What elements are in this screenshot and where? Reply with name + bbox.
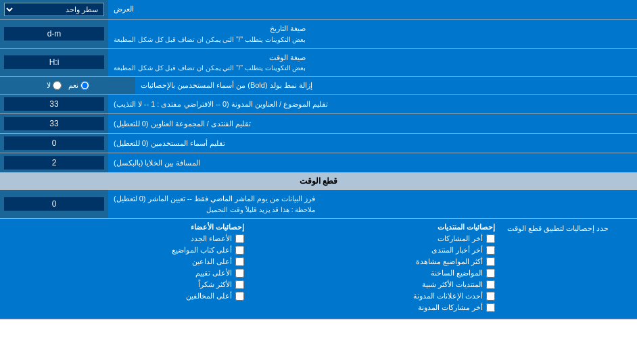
cutoff-label: فرز البيانات من يوم الماشر الماضي فقط --…	[108, 190, 637, 218]
bold-stats-label: إزالة نمط بولد (Bold) من أسماء المستخدمي…	[135, 77, 637, 94]
label-new-members: الأعضاء الجدد	[191, 234, 232, 243]
stats-cutoff-label-col: حدد إحصاليات لتطبيق قطع الوقت	[502, 219, 637, 319]
checkbox-top-referrers[interactable]	[235, 257, 244, 266]
date-format-row: صيغة التاريخ بعض التكوينات يتطلب "/" الت…	[0, 20, 637, 49]
display-mode-input-cell: سطر واحد سطران ثلاثة أسطر	[0, 0, 108, 19]
usernames-trim-label: تقليم أسماء المستخدمين (0 للتعطيل)	[108, 134, 637, 153]
date-format-main: صيغة التاريخ	[114, 23, 306, 34]
label-top-posters: أعلى كتاب المواضيع	[172, 246, 232, 255]
checkbox-new-members[interactable]	[235, 234, 244, 243]
checkbox-forum-news[interactable]	[486, 246, 495, 255]
label-top-infracted: أعلى المخالفين	[186, 292, 232, 301]
forum-titles-input-cell	[0, 114, 108, 133]
checkbox-section: حدد إحصاليات لتطبيق قطع الوقت إحصائيات ا…	[0, 219, 637, 319]
topic-titles-text: تقليم الموضوع / العناوين المدونة (0 -- ا…	[114, 99, 328, 109]
cutoff-input-cell	[0, 190, 108, 218]
forum-stats-title: إحصائيات المنتديات	[258, 223, 495, 232]
topic-titles-input[interactable]	[4, 97, 104, 111]
forum-titles-text: تقليم الفنتدى / المجموعة العناوين (0 للت…	[114, 119, 251, 129]
label-most-thanked: الأكثر شكراً	[198, 280, 232, 289]
label-last-posts: أخر المشاركات	[438, 234, 483, 243]
cutoff-row: فرز البيانات من يوم الماشر الماضي فقط --…	[0, 190, 637, 219]
time-format-input[interactable]	[4, 55, 104, 69]
time-format-row: صيغة الوقت بعض التكوينات يتطلب "/" التي …	[0, 49, 637, 78]
cutoff-main: فرز البيانات من يوم الماشر الماضي فقط --…	[114, 193, 315, 205]
time-format-label: صيغة الوقت بعض التكوينات يتطلب "/" التي …	[108, 49, 637, 77]
cutoff-sub: ملاحظة : هذا قد يزيد قليلاً وقت التحميل	[114, 205, 315, 215]
bold-stats-no-label: لا	[47, 81, 62, 90]
time-format-main: صيغة الوقت	[114, 52, 306, 63]
checkbox-last-posts[interactable]	[486, 234, 495, 243]
checkbox-most-thanked[interactable]	[235, 280, 244, 289]
checkbox-top-posters[interactable]	[235, 246, 244, 255]
checkbox-top-infracted[interactable]	[235, 292, 244, 301]
usernames-trim-input-cell	[0, 134, 108, 153]
cell-spacing-input-cell	[0, 153, 108, 172]
checkbox-item-most-viewed: أكثر المواضيع مشاهدة	[258, 257, 495, 266]
checkbox-item-new-members: الأعضاء الجدد	[7, 234, 244, 243]
bold-stats-text: إزالة نمط بولد (Bold) من أسماء المستخدمي…	[141, 80, 312, 90]
checkbox-item-blog-posts: أخر مشاركات المدونة	[258, 303, 495, 312]
display-mode-text: العرض	[114, 4, 134, 14]
label-blog-posts: أخر مشاركات المدونة	[418, 303, 483, 312]
cell-spacing-input[interactable]	[4, 156, 104, 170]
usernames-trim-text: تقليم أسماء المستخدمين (0 للتعطيل)	[114, 138, 225, 149]
checkbox-blog-posts[interactable]	[486, 303, 495, 312]
label-latest-blogs: أحدث الإعلانات المدونة	[413, 292, 483, 301]
member-stats-col: إحصائيات الأعضاء الأعضاء الجدد أعلى كتاب…	[0, 219, 251, 319]
bold-stats-row: إزالة نمط بولد (Bold) من أسماء المستخدمي…	[0, 77, 637, 95]
display-mode-select[interactable]: سطر واحد سطران ثلاثة أسطر	[4, 3, 104, 16]
topic-titles-row: تقليم الموضوع / العناوين المدونة (0 -- ا…	[0, 95, 637, 114]
label-top-referrers: أعلى الداعين	[192, 257, 232, 266]
checkbox-item-last-posts: أخر المشاركات	[258, 234, 495, 243]
forum-stats-col: إحصائيات المنتديات أخر المشاركات أخر أخب…	[251, 219, 502, 319]
checkbox-top-rated[interactable]	[235, 269, 244, 278]
topic-titles-input-cell	[0, 95, 108, 113]
checkbox-item-forum-news: أخر أخبار المنتدى	[258, 246, 495, 255]
checkbox-latest-blogs[interactable]	[486, 292, 495, 301]
cutoff-section-header: قطع الوقت	[0, 173, 637, 190]
display-mode-label: display-mode العرض	[108, 0, 637, 19]
label-most-forums: المنتديات الأكثر شبية	[422, 280, 483, 289]
bold-stats-yes-label: نعم	[68, 81, 89, 90]
checkbox-most-viewed[interactable]	[486, 257, 495, 266]
bold-stats-no-radio[interactable]	[53, 81, 62, 90]
usernames-trim-input[interactable]	[4, 136, 104, 150]
display-mode-row: display-mode العرض سطر واحد سطران ثلاثة …	[0, 0, 637, 20]
checkbox-item-top-rated: الأعلى تقييم	[7, 269, 244, 278]
topic-titles-label: تقليم الموضوع / العناوين المدونة (0 -- ا…	[108, 95, 637, 113]
checkbox-item-latest-blogs: أحدث الإعلانات المدونة	[258, 292, 495, 301]
checkbox-item-most-forums: المنتديات الأكثر شبية	[258, 280, 495, 289]
date-format-input-cell	[0, 20, 108, 48]
label-top-rated: الأعلى تقييم	[195, 269, 232, 278]
forum-titles-input[interactable]	[4, 117, 104, 130]
forum-titles-label: تقليم الفنتدى / المجموعة العناوين (0 للت…	[108, 114, 637, 133]
cell-spacing-text: المسافة بين الخلايا (بالبكسل)	[114, 158, 201, 168]
cutoff-section-title: قطع الوقت	[300, 176, 337, 186]
label-most-viewed: أكثر المواضيع مشاهدة	[416, 257, 483, 266]
checkbox-item-top-posters: أعلى كتاب المواضيع	[7, 246, 244, 255]
forum-titles-row: تقليم الفنتدى / المجموعة العناوين (0 للت…	[0, 114, 637, 134]
label-hot-topics: المواضيع الساخنة	[431, 269, 483, 278]
bold-stats-radio-cell: نعم لا	[0, 77, 135, 94]
cutoff-input[interactable]	[4, 197, 104, 211]
member-stats-title: إحصائيات الأعضاء	[7, 223, 244, 232]
checkbox-most-forums[interactable]	[486, 280, 495, 289]
cell-spacing-label: المسافة بين الخلايا (بالبكسل)	[108, 153, 637, 172]
bold-stats-yes-radio[interactable]	[80, 81, 89, 90]
label-forum-news: أخر أخبار المنتدى	[431, 246, 483, 255]
date-format-sub: بعض التكوينات يتطلب "/" التي يمكن ان تضا…	[114, 34, 306, 45]
time-format-input-cell	[0, 49, 108, 77]
checkbox-item-most-thanked: الأكثر شكراً	[7, 280, 244, 289]
checkbox-item-top-referrers: أعلى الداعين	[7, 257, 244, 266]
time-format-sub: بعض التكوينات يتطلب "/" التي يمكن ان تضا…	[114, 63, 306, 73]
checkbox-item-top-infracted: أعلى المخالفين	[7, 292, 244, 301]
stats-cutoff-label: حدد إحصاليات لتطبيق قطع الوقت	[507, 224, 609, 233]
date-format-input[interactable]	[4, 27, 104, 41]
checkbox-hot-topics[interactable]	[486, 269, 495, 278]
date-format-label: صيغة التاريخ بعض التكوينات يتطلب "/" الت…	[108, 20, 637, 48]
checkbox-item-hot-topics: المواضيع الساخنة	[258, 269, 495, 278]
cell-spacing-row: المسافة بين الخلايا (بالبكسل)	[0, 153, 637, 173]
usernames-trim-row: تقليم أسماء المستخدمين (0 للتعطيل)	[0, 134, 637, 153]
